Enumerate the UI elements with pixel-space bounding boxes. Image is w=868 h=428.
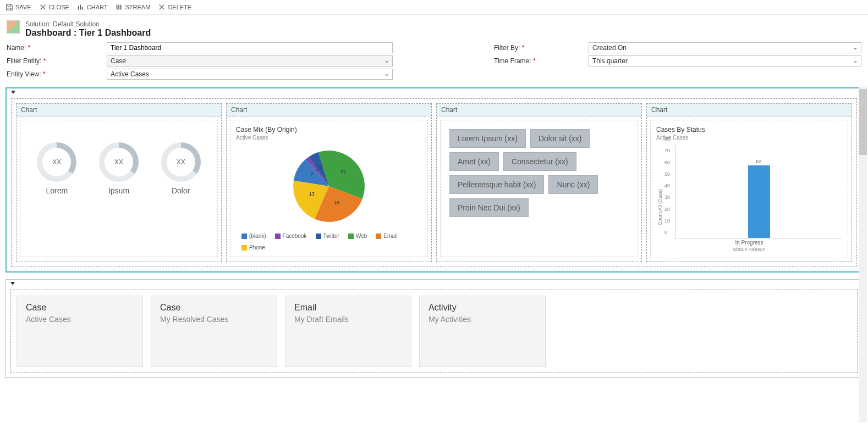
save-label: SAVE xyxy=(15,4,31,10)
stream-subtitle: My Draft Emails xyxy=(294,315,402,324)
delete-button[interactable]: DELETE xyxy=(158,3,191,11)
tag-cloud: Lorem Ipsum (xx)Dolor sit (xx)Amet (xx)C… xyxy=(446,126,632,220)
dashboard-icon xyxy=(7,20,20,34)
svg-text:16: 16 xyxy=(334,200,339,205)
tag-chip[interactable]: Consectetur (xx) xyxy=(503,152,576,171)
filter-by-select[interactable]: Created On xyxy=(589,42,861,53)
scrollbar-thumb[interactable] xyxy=(859,89,867,155)
donut-label: Lorem xyxy=(46,186,68,195)
svg-text:22: 22 xyxy=(340,169,346,174)
name-input[interactable] xyxy=(107,42,393,53)
donut-label: Ipsum xyxy=(108,186,129,195)
filter-by-label: Filter By: * xyxy=(494,44,582,52)
pie-legend: (blank)FacebookTwitterWebEmailPhone xyxy=(236,233,422,251)
filter-entity-label: Filter Entity: * xyxy=(7,57,100,65)
stream-icon xyxy=(116,3,123,11)
legend-item: Email xyxy=(376,233,397,239)
entity-view-select[interactable]: Active Cases xyxy=(107,69,393,80)
name-label: Name: * xyxy=(7,44,100,52)
collapse-toggle-icon[interactable] xyxy=(10,282,15,285)
donut-gauge: XX Dolor xyxy=(161,142,201,195)
stream-button[interactable]: STREAM xyxy=(116,3,151,11)
delete-label: DELETE xyxy=(168,4,191,10)
chart-tile-4-header: Chart xyxy=(647,104,851,116)
save-button[interactable]: SAVE xyxy=(6,3,31,11)
stream-title: Case xyxy=(26,303,134,313)
legend-item: Twitter xyxy=(316,233,339,239)
filter-entity-select[interactable]: Case xyxy=(107,55,393,66)
stream-title: Case xyxy=(160,303,268,313)
legend-item: (blank) xyxy=(241,233,266,239)
tag-chip[interactable]: Pellentesque habit (xx) xyxy=(449,175,544,194)
stream-btn-label: STREAM xyxy=(125,4,151,10)
pie-subtitle: Active Cases xyxy=(236,135,422,141)
solution-line: Solution: Default Solution xyxy=(25,20,151,28)
close-label: CLOSE xyxy=(49,4,69,10)
chart-tile-2-header: Chart xyxy=(227,104,431,116)
tag-chip[interactable]: Proin Nec Dui (xx) xyxy=(449,198,529,217)
donut-value: XX xyxy=(177,158,185,166)
stream-subtitle: Active Cases xyxy=(26,315,134,324)
stream-title: Activity xyxy=(428,303,536,313)
tag-chip[interactable]: Dolor sit (xx) xyxy=(530,129,590,148)
legend-item: Facebook xyxy=(275,233,307,239)
bar-ylabel: Count:All (Case) xyxy=(657,189,663,225)
chart-icon xyxy=(77,3,85,11)
svg-text:3: 3 xyxy=(319,164,322,170)
donut-gauge: XX Lorem xyxy=(37,142,76,195)
stream-tile[interactable]: CaseMy Resolved Cases xyxy=(151,296,277,367)
chart-tile-4[interactable]: Chart Cases By Status Active Cases Count… xyxy=(646,103,852,262)
stream-tile[interactable]: ActivityMy Activities xyxy=(419,296,546,367)
bar-subtitle: Active Cases xyxy=(656,135,842,141)
bar-title: Cases By Status xyxy=(656,126,842,134)
properties-form: Name: * Filter By: * Created On Filter E… xyxy=(0,41,868,85)
command-bar: SAVE CLOSE CHART STREAM DELETE xyxy=(0,0,868,15)
chart-tile-2[interactable]: Chart Case Mix (By Origin) Active Cases … xyxy=(226,103,432,262)
delete-icon xyxy=(158,3,166,11)
vertical-scrollbar[interactable] xyxy=(859,87,867,385)
legend-item: Phone xyxy=(241,244,265,251)
donut-gauge: XX Ipsum xyxy=(99,142,139,195)
visual-filters-inner: Chart XX Lorem XX Ipsum XX Dolo xyxy=(11,98,857,267)
tag-chip[interactable]: Lorem Ipsum (xx) xyxy=(449,129,526,148)
svg-text:13: 13 xyxy=(309,191,315,197)
donut-value: XX xyxy=(52,158,61,166)
chart-button[interactable]: CHART xyxy=(77,3,108,11)
chart-btn-label: CHART xyxy=(87,4,108,10)
tag-chip[interactable]: Nunc (xx) xyxy=(548,175,598,194)
bar-category: In Progress xyxy=(656,240,842,246)
close-button[interactable]: CLOSE xyxy=(39,3,69,11)
streams-inner: CaseActive CasesCaseMy Resolved CasesEma… xyxy=(10,290,858,373)
page-header: Solution: Default Solution Dashboard : T… xyxy=(0,15,868,41)
collapse-toggle-icon[interactable] xyxy=(11,91,15,94)
stream-title: Email xyxy=(294,303,402,313)
stream-subtitle: My Activities xyxy=(428,315,536,324)
tag-chip[interactable]: Amet (xx) xyxy=(449,152,499,171)
streams-section[interactable]: CaseActive CasesCaseMy Resolved CasesEma… xyxy=(6,279,862,378)
chart-tile-3[interactable]: Chart Lorem Ipsum (xx)Dolor sit (xx)Amet… xyxy=(436,103,642,262)
chart-tile-1-header: Chart xyxy=(17,104,221,116)
time-frame-label: Time Frame: * xyxy=(494,57,582,65)
chart-tile-1[interactable]: Chart XX Lorem XX Ipsum XX Dolo xyxy=(16,103,222,262)
stream-tile[interactable]: CaseActive Cases xyxy=(17,296,143,367)
bar-xlabel: Status Reason xyxy=(656,247,842,252)
close-icon xyxy=(39,3,47,11)
stream-subtitle: My Resolved Cases xyxy=(160,315,268,324)
bar-plot-area: 0102030405060708062 xyxy=(675,145,842,238)
entity-view-label: Entity View: * xyxy=(7,70,100,78)
donut-label: Dolor xyxy=(172,186,190,195)
donut-value: XX xyxy=(114,158,123,166)
svg-text:7: 7 xyxy=(310,172,313,177)
legend-item: Web xyxy=(348,233,367,239)
stream-tile[interactable]: EmailMy Draft Emails xyxy=(285,296,411,367)
stream-tiles-row: CaseActive CasesCaseMy Resolved CasesEma… xyxy=(17,296,851,367)
visual-filters-section[interactable]: Chart XX Lorem XX Ipsum XX Dolo xyxy=(6,87,862,273)
time-frame-select[interactable]: This quarter xyxy=(589,55,861,66)
page-title: Dashboard : Tier 1 Dashboard xyxy=(25,28,151,38)
pie-chart: 713221613 xyxy=(285,145,373,227)
pie-title: Case Mix (By Origin) xyxy=(236,126,422,134)
chart-tile-3-header: Chart xyxy=(437,104,641,116)
save-icon xyxy=(6,3,13,11)
bar-rect xyxy=(748,165,770,238)
